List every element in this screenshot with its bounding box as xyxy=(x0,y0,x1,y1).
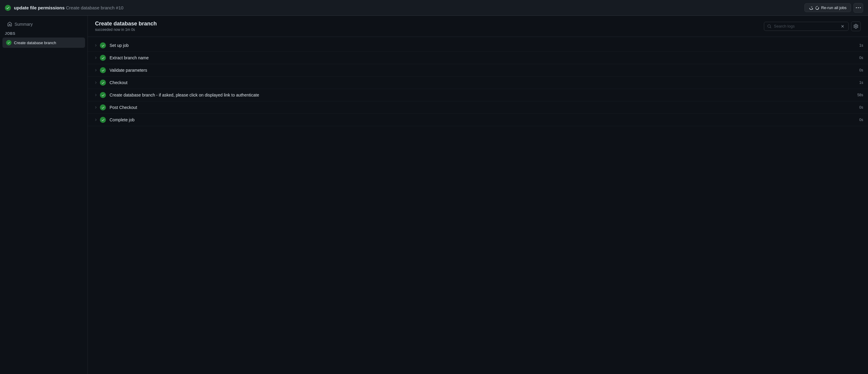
step-status-icon xyxy=(100,55,106,61)
step-row[interactable]: Post Checkout 0s xyxy=(88,101,868,114)
step-duration: 0s xyxy=(854,56,863,60)
step-status-icon xyxy=(100,104,106,111)
step-chevron-icon xyxy=(93,67,99,73)
step-duration: 0s xyxy=(854,68,863,72)
search-container xyxy=(764,22,861,31)
step-row[interactable]: Validate parameters 0s xyxy=(88,64,868,76)
search-input[interactable] xyxy=(774,24,837,28)
step-row[interactable]: Complete job 0s xyxy=(88,114,868,126)
summary-label: Summary xyxy=(14,22,33,27)
job-status-icon xyxy=(6,40,11,45)
step-chevron-icon xyxy=(93,55,99,61)
step-row[interactable]: Set up job 1s xyxy=(88,39,868,52)
step-name: Extract branch name xyxy=(110,55,850,60)
sidebar-job-item-create-database-branch[interactable]: Create database branch xyxy=(2,37,85,48)
job-status-text: succeeded now in 1m 0s xyxy=(95,28,157,32)
top-bar: update file permissions Create database … xyxy=(0,0,868,16)
content-header: Create database branch succeeded now in … xyxy=(88,16,868,37)
step-name: Checkout xyxy=(110,80,850,85)
step-status-icon xyxy=(100,42,106,49)
sidebar-job-name: Create database branch xyxy=(14,40,56,45)
step-row[interactable]: Create database branch - if asked, pleas… xyxy=(88,89,868,101)
step-duration: 0s xyxy=(854,105,863,110)
step-status-icon xyxy=(100,92,106,98)
step-name: Create database branch - if asked, pleas… xyxy=(110,93,850,97)
step-name: Set up job xyxy=(110,43,850,48)
step-row[interactable]: Checkout 1s xyxy=(88,76,868,89)
search-icon xyxy=(767,24,771,28)
more-options-button[interactable] xyxy=(854,3,863,13)
steps-list: Set up job 1s Extract branch name 0s Val… xyxy=(88,37,868,374)
rerun-all-jobs-button[interactable]: Re-run all jobs xyxy=(804,3,851,12)
step-name: Validate parameters xyxy=(110,68,850,73)
step-duration: 1s xyxy=(854,43,863,48)
step-duration: 1s xyxy=(854,81,863,85)
step-duration: 58s xyxy=(854,93,863,97)
step-status-icon xyxy=(100,117,106,123)
clear-search-button[interactable] xyxy=(840,24,845,29)
top-bar-actions: Re-run all jobs xyxy=(804,3,863,13)
page-title: update file permissions Create database … xyxy=(14,5,123,10)
main-layout: Summary Jobs Create database branch Crea… xyxy=(0,16,868,374)
top-bar-left: update file permissions Create database … xyxy=(5,5,123,11)
step-chevron-icon xyxy=(93,42,99,49)
content-header-info: Create database branch succeeded now in … xyxy=(95,21,157,32)
step-chevron-icon xyxy=(93,92,99,98)
content-area: Create database branch succeeded now in … xyxy=(88,16,868,374)
step-chevron-icon xyxy=(93,117,99,123)
step-chevron-icon xyxy=(93,80,99,86)
step-chevron-icon xyxy=(93,104,99,111)
log-settings-button[interactable] xyxy=(851,22,861,31)
step-name: Complete job xyxy=(110,117,850,122)
sidebar-summary-link[interactable]: Summary xyxy=(2,19,85,29)
job-title: Create database branch xyxy=(95,21,157,27)
rerun-button-label: Re-run all jobs xyxy=(821,5,846,10)
step-status-icon xyxy=(100,80,106,86)
step-name: Post Checkout xyxy=(110,105,850,110)
sidebar: Summary Jobs Create database branch xyxy=(0,16,88,374)
jobs-section-label: Jobs xyxy=(0,29,88,37)
step-duration: 0s xyxy=(854,118,863,122)
workflow-status-icon xyxy=(5,5,11,11)
step-status-icon xyxy=(100,67,106,73)
step-row[interactable]: Extract branch name 0s xyxy=(88,52,868,64)
search-input-wrapper[interactable] xyxy=(764,22,849,31)
